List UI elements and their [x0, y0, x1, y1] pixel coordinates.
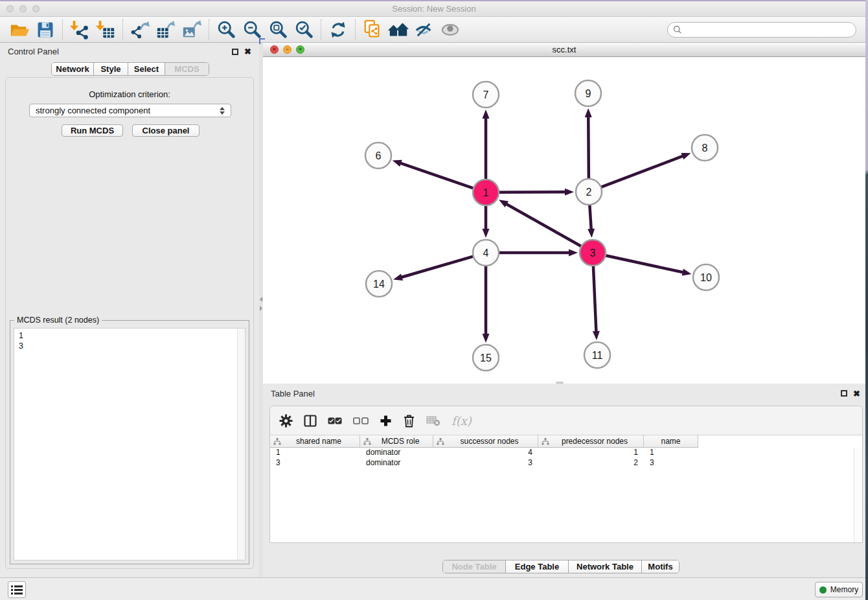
zoom-fit-button[interactable] [265, 18, 291, 41]
column-header-mcds-role[interactable]: MCDS role [360, 435, 433, 448]
export-table-button[interactable] [153, 18, 179, 41]
float-table-panel-icon[interactable] [841, 390, 847, 397]
graph-edge-2-3[interactable] [589, 205, 591, 230]
plus-icon [380, 415, 392, 427]
memory-button[interactable]: Memory [815, 582, 863, 597]
graph-edge-3-11[interactable] [593, 266, 597, 332]
column-header-predecessor-nodes[interactable]: predecessor nodes [538, 435, 644, 448]
cell-predecessor-nodes[interactable]: 1 [538, 448, 644, 458]
graph-node-11[interactable]: 11 [584, 342, 610, 368]
graph-edge-1-2[interactable] [499, 192, 566, 192]
column-header-name[interactable]: name [644, 435, 698, 448]
graph-edge-2-8[interactable] [601, 156, 684, 187]
cell-shared-name[interactable]: 1 [270, 448, 360, 458]
cell-predecessor-nodes[interactable]: 2 [538, 458, 644, 468]
tab-motifs[interactable]: Motifs [642, 560, 679, 573]
svg-text:7: 7 [483, 89, 489, 100]
cell-name[interactable]: 3 [644, 458, 698, 468]
criterion-dropdown[interactable]: strongly connected component [29, 104, 231, 117]
splitter-collapse-right-icon[interactable] [260, 306, 262, 311]
app-titlebar[interactable]: Session: New Session [0, 1, 868, 17]
cell-mcds-role[interactable]: dominator [360, 458, 433, 468]
tab-edge-table[interactable]: Edge Table [506, 560, 569, 573]
network-minimize-button[interactable]: − [283, 45, 291, 54]
optimization-criterion-label: Optimization criterion: [6, 89, 253, 99]
table-panel-header: Table Panel ✖ [263, 384, 868, 403]
close-panel-icon[interactable]: ✖ [244, 47, 251, 56]
table-settings-button[interactable] [279, 414, 293, 428]
home-view-button[interactable] [385, 18, 411, 41]
tab-style[interactable]: Style [94, 63, 128, 75]
refresh-layout-button[interactable] [325, 18, 351, 41]
add-row-button[interactable] [380, 415, 392, 427]
tab-mcds[interactable]: MCDS [165, 63, 209, 75]
mcds-result-area[interactable]: 1 3 [14, 328, 246, 560]
svg-text:8: 8 [702, 143, 708, 154]
column-header-shared-name[interactable]: shared name [270, 435, 360, 448]
delete-row-button[interactable] [403, 414, 415, 428]
import-table-button[interactable] [93, 18, 119, 41]
tab-select[interactable]: Select [128, 63, 165, 75]
column-header-successor-nodes[interactable]: successor nodes [433, 435, 538, 448]
table-row[interactable]: 3 dominator 3 2 3 [270, 458, 862, 468]
network-maximize-button[interactable]: + [296, 45, 304, 54]
cell-shared-name[interactable]: 3 [270, 458, 360, 468]
graph-node-3[interactable]: 3 [580, 240, 606, 266]
cell-successor-nodes[interactable]: 3 [433, 458, 538, 468]
hide-panel-button[interactable] [411, 18, 437, 41]
task-history-button[interactable] [8, 581, 26, 598]
table-scrollbar[interactable] [854, 448, 862, 542]
table-row[interactable]: 1 dominator 4 1 1 [270, 448, 862, 458]
graph-edge-arrow [483, 110, 490, 119]
graph-node-2[interactable]: 2 [576, 179, 602, 205]
network-close-button[interactable]: × [270, 45, 279, 54]
tab-node-table[interactable]: Node Table [443, 560, 506, 573]
export-image-button[interactable] [179, 18, 205, 41]
save-session-button[interactable] [32, 18, 58, 41]
graph-node-10[interactable]: 10 [693, 264, 719, 290]
deselect-all-columns-button[interactable] [353, 417, 369, 424]
close-panel-button[interactable]: Close panel [132, 124, 200, 137]
graph-edge-3-10[interactable] [606, 255, 684, 272]
tab-network-table[interactable]: Network Table [569, 560, 642, 573]
import-network-button[interactable] [67, 18, 93, 41]
splitter-collapse-left-icon[interactable] [260, 297, 262, 302]
network-canvas[interactable]: 1234678910111415 [263, 57, 865, 384]
graph-node-1[interactable]: 1 [473, 179, 499, 205]
open-session-button[interactable] [6, 18, 32, 41]
graph-edge-3-1[interactable] [505, 203, 581, 246]
search-box[interactable] [667, 22, 856, 38]
network-graph[interactable]: 1234678910111415 [263, 57, 865, 384]
graph-edge-2-9[interactable] [588, 116, 589, 179]
graph-node-15[interactable]: 15 [473, 345, 499, 371]
select-all-columns-button[interactable] [328, 417, 342, 424]
open-folder-icon [9, 20, 30, 40]
close-table-panel-icon[interactable]: ✖ [853, 389, 860, 398]
graph-edge-4-14[interactable] [401, 257, 474, 278]
result-scrollbar[interactable] [237, 329, 245, 560]
cell-mcds-role[interactable]: dominator [360, 448, 433, 458]
zoom-in-button[interactable] [213, 18, 239, 41]
svg-text:11: 11 [592, 350, 603, 361]
show-column-button[interactable] [304, 415, 317, 427]
graph-node-7[interactable]: 7 [473, 82, 499, 108]
export-network-button[interactable] [127, 18, 153, 41]
gear-icon [279, 414, 293, 428]
graph-node-9[interactable]: 9 [575, 80, 601, 106]
search-input[interactable] [685, 25, 851, 34]
graph-node-4[interactable]: 4 [473, 240, 499, 266]
clone-network-button[interactable] [360, 18, 385, 41]
graph-node-6[interactable]: 6 [365, 143, 391, 168]
float-panel-icon[interactable] [232, 49, 238, 55]
show-panel-button[interactable] [437, 18, 463, 41]
graph-node-14[interactable]: 14 [366, 271, 392, 297]
network-window-title: scc.txt [263, 45, 865, 54]
network-window-titlebar[interactable]: × − + scc.txt [263, 43, 865, 57]
cell-successor-nodes[interactable]: 4 [433, 448, 538, 458]
run-mcds-button[interactable]: Run MCDS [62, 124, 123, 137]
graph-node-8[interactable]: 8 [692, 135, 718, 161]
zoom-selected-button[interactable] [291, 18, 317, 41]
graph-edge-1-6[interactable] [400, 163, 474, 188]
cell-name[interactable]: 1 [644, 448, 698, 458]
tab-network[interactable]: Network [52, 63, 94, 75]
